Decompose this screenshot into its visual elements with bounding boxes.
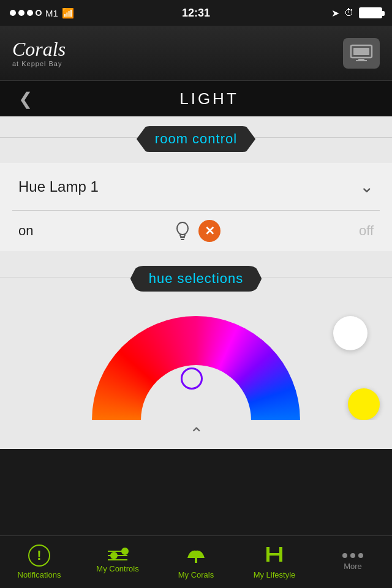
nav-bar: ❮ LIGHT [0,81,392,116]
room-control-badge: room control [137,126,255,152]
svg-rect-10 [266,553,282,556]
my-controls-icon [108,551,127,560]
my-controls-label: My Controls [96,564,138,573]
my-corals-label: My Corals [178,570,214,579]
main-content: room control Hue Lamp 1 ⌄ on ✕ [0,116,392,449]
page-title: LIGHT [45,89,374,108]
lamp-control-box: Hue Lamp 1 ⌄ on ✕ off [0,163,392,251]
svg-rect-3 [356,60,367,61]
notifications-label: Notifications [18,570,61,579]
lamp-name: Hue Lamp 1 [18,178,99,195]
tab-notifications[interactable]: ! Notifications [0,536,78,588]
svg-rect-5 [180,237,185,238]
tab-my-lifestyle[interactable]: My Lifestyle [235,536,314,588]
yellow-color-ball[interactable] [348,388,380,420]
wifi-icon: 📶 [62,7,74,19]
tab-my-corals[interactable]: My Corals [157,536,235,588]
display-icon[interactable] [343,38,380,69]
battery-icon [359,7,382,18]
dot4 [36,10,42,16]
chevron-up-icon[interactable]: ⌃ [0,420,392,449]
alarm-icon: ⏱ [344,7,354,18]
status-bar: M1 📶 12:31 ➤ ⏱ [0,0,392,26]
status-time: 12:31 [182,7,210,20]
tab-my-controls[interactable]: My Controls [78,536,157,588]
my-lifestyle-label: My Lifestyle [254,570,296,579]
my-lifestyle-icon [265,545,284,567]
hue-section-header: hue selections [0,256,392,298]
x-button[interactable]: ✕ [198,220,221,242]
tab-bar: ! Notifications My Controls My Corals [0,535,392,588]
dot3 [27,10,33,16]
svg-rect-6 [181,239,184,240]
hue-badge: hue selections [130,266,262,292]
on-label: on [18,223,55,239]
logo-subtitle: at Keppel Bay [12,60,66,67]
app-header: Corals at Keppel Bay [0,26,392,81]
location-icon: ➤ [331,7,339,19]
dot1 [10,10,16,16]
svg-rect-1 [353,48,369,55]
back-button[interactable]: ❮ [18,89,32,109]
color-selector-handle[interactable] [181,368,203,390]
room-control-header: room control [0,116,392,158]
dot2 [18,10,24,16]
status-left: M1 📶 [10,7,74,19]
hue-section: hue selections ⌃ [0,256,392,449]
color-wheel[interactable] [92,316,300,420]
status-right: ➤ ⏱ [331,7,382,19]
logo-text: Corals [12,39,66,59]
off-label: off [359,223,374,239]
svg-point-4 [177,222,188,235]
chevron-down-icon[interactable]: ⌄ [360,176,374,197]
color-wheel-area[interactable] [0,298,392,420]
my-corals-icon [185,545,207,567]
bulb-icon[interactable] [172,220,194,242]
carrier-label: M1 [45,8,58,18]
tab-more[interactable]: More [314,536,392,588]
toggle-icons: ✕ [172,220,221,242]
white-color-ball[interactable] [333,316,368,350]
svg-rect-7 [195,558,197,563]
logo-area: Corals at Keppel Bay [12,39,66,67]
lamp-selector-row[interactable]: Hue Lamp 1 ⌄ [0,163,392,210]
toggle-row: on ✕ off [0,211,392,251]
notifications-icon: ! [28,545,50,567]
more-label: More [344,562,362,571]
signal-dots [10,10,42,16]
more-icon [342,553,363,558]
